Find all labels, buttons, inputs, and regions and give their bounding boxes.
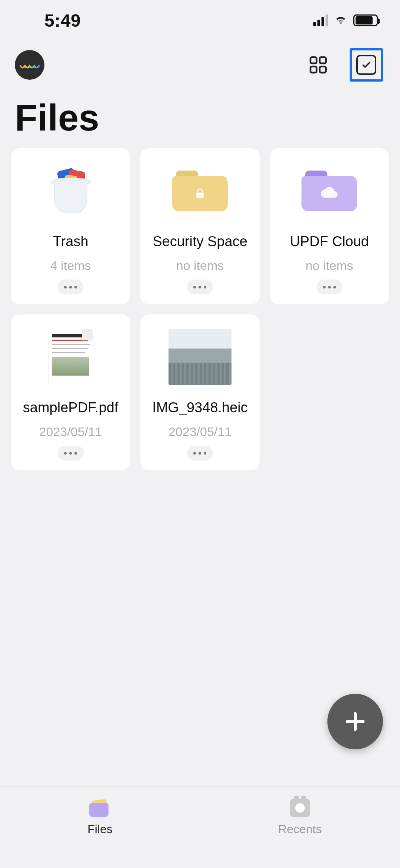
item-title: Security Space	[145, 234, 255, 250]
item-subtitle: 4 items	[50, 258, 91, 273]
tab-recents[interactable]: Recents	[200, 787, 400, 868]
app-logo[interactable]	[15, 50, 44, 80]
status-time: 5:49	[44, 10, 81, 31]
wifi-icon	[334, 13, 347, 28]
item-sample-pdf[interactable]: samplePDF.pdf 2023/05/11	[11, 314, 130, 470]
select-mode-button[interactable]	[350, 48, 383, 82]
grid-view-icon	[309, 56, 327, 74]
item-more-button[interactable]	[58, 280, 84, 294]
cloud-folder-icon	[298, 163, 361, 219]
item-subtitle: no items	[306, 258, 353, 273]
item-more-button[interactable]	[187, 446, 213, 461]
item-title: samplePDF.pdf	[16, 400, 126, 416]
battery-icon	[353, 14, 378, 26]
tab-files[interactable]: Files	[0, 787, 200, 868]
view-mode-button[interactable]	[305, 52, 331, 78]
pdf-thumbnail	[39, 329, 102, 385]
recents-tab-icon	[290, 798, 310, 818]
bottom-tab-bar: Files Recents	[0, 786, 400, 868]
item-title: IMG_9348.heic	[145, 400, 255, 416]
image-thumbnail	[169, 329, 231, 385]
tab-label: Files	[87, 822, 113, 836]
item-more-button[interactable]	[58, 446, 84, 461]
cellular-signal-icon	[313, 14, 328, 26]
item-more-button[interactable]	[316, 280, 342, 294]
svg-rect-0	[310, 57, 317, 63]
page-title: Files	[15, 96, 99, 139]
trash-icon	[39, 163, 102, 219]
item-subtitle: 2023/05/11	[169, 425, 231, 439]
item-subtitle: no items	[176, 258, 224, 273]
header	[0, 48, 400, 82]
svg-rect-1	[320, 57, 326, 63]
tab-label: Recents	[278, 822, 321, 836]
item-subtitle: 2023/05/11	[39, 425, 102, 439]
status-icons	[313, 13, 378, 28]
files-grid: Trash 4 items Security Space no items UP…	[11, 148, 389, 470]
plus-icon	[343, 710, 367, 733]
check-icon	[361, 59, 372, 70]
item-security-space[interactable]: Security Space no items	[140, 148, 259, 304]
item-img-heic[interactable]: IMG_9348.heic 2023/05/11	[140, 314, 259, 470]
svg-rect-3	[320, 66, 326, 73]
add-button[interactable]	[327, 694, 383, 749]
item-more-button[interactable]	[187, 280, 213, 294]
item-title: Trash	[16, 234, 126, 250]
svg-rect-2	[310, 66, 317, 73]
files-tab-icon	[89, 798, 111, 818]
item-updf-cloud[interactable]: UPDF Cloud no items	[270, 148, 389, 304]
locked-folder-icon	[169, 163, 231, 219]
item-title: UPDF Cloud	[274, 234, 384, 250]
status-bar: 5:49	[0, 0, 400, 41]
item-trash[interactable]: Trash 4 items	[11, 148, 130, 304]
svg-rect-4	[196, 193, 204, 198]
